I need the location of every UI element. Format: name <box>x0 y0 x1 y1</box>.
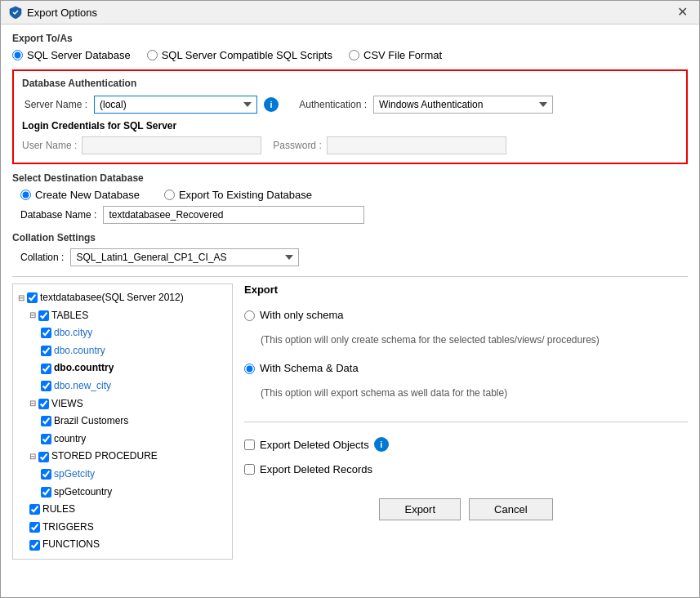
app-icon <box>9 6 22 19</box>
with-schema-data-label: With Schema & Data <box>260 362 359 374</box>
export-deleted-records-label: Export Deleted Records <box>260 463 372 475</box>
export-deleted-records-checkbox[interactable] <box>244 464 255 475</box>
counttry-checkbox[interactable] <box>41 364 51 374</box>
create-new-db-option[interactable]: Create New Database <box>20 189 140 201</box>
destination-database-section: Select Destination Database Create New D… <box>12 172 688 224</box>
export-deleted-records-row: Export Deleted Records <box>244 463 688 475</box>
stored-proc-checkbox[interactable] <box>38 452 49 462</box>
password-label: Password : <box>273 140 321 151</box>
tree-item-brazil: Brazil Customers <box>18 413 227 431</box>
tree-item-spgetcity: spGetcity <box>18 466 227 484</box>
database-authentication-box: Database Authentication Server Name : (l… <box>12 69 688 164</box>
csv-format-option[interactable]: CSV File Format <box>349 49 442 61</box>
sql-scripts-option[interactable]: SQL Server Compatible SQL Scripts <box>147 49 332 61</box>
tree-panel: ⊟ textdatabasee(SQL Server 2012) ⊟ TABLE… <box>12 283 233 560</box>
tree-item-cityy: dbo.cityy <box>18 324 227 342</box>
export-section-label: Export <box>244 283 688 296</box>
rules-checkbox[interactable] <box>29 504 40 515</box>
right-panel: Export With only schema (This option wil… <box>244 283 688 560</box>
stored-proc-expand-icon[interactable]: ⊟ <box>29 449 36 464</box>
right-divider <box>244 422 688 422</box>
cityy-checkbox[interactable] <box>41 328 51 338</box>
password-input[interactable] <box>327 136 506 154</box>
authentication-select[interactable]: Windows Authentication <box>373 96 553 114</box>
tables-expand-icon[interactable]: ⊟ <box>29 308 36 323</box>
csv-format-label: CSV File Format <box>363 49 442 61</box>
server-name-row: Server Name : (local) i Authentication :… <box>22 96 678 114</box>
create-new-db-radio[interactable] <box>20 190 31 200</box>
create-new-db-label: Create New Database <box>35 189 140 201</box>
spgetcity-checkbox[interactable] <box>41 469 51 480</box>
db-auth-label: Database Authentication <box>22 78 678 89</box>
export-existing-db-option[interactable]: Export To Existing Database <box>164 189 312 201</box>
with-schema-option: With only schema <box>244 309 688 321</box>
sql-scripts-label: SQL Server Compatible SQL Scripts <box>162 49 332 61</box>
tree-root: ⊟ textdatabasee(SQL Server 2012) <box>18 289 227 307</box>
brazil-checkbox[interactable] <box>41 416 51 426</box>
title-bar-left: Export Options <box>9 6 97 19</box>
sql-server-database-radio[interactable] <box>12 50 23 60</box>
country-label: dbo.country <box>54 342 105 360</box>
spgetcountry-label: spGetcountry <box>54 484 112 502</box>
action-buttons-row: Export Cancel <box>244 498 688 520</box>
tree-item-counttry: dbo.counttry <box>18 359 227 377</box>
username-input[interactable] <box>82 136 261 154</box>
rules-label: RULES <box>42 501 75 519</box>
functions-label: FUNCTIONS <box>42 536 100 554</box>
deleted-objects-info-icon[interactable]: i <box>374 437 389 452</box>
sql-server-database-option[interactable]: SQL Server Database <box>12 49 131 61</box>
divider <box>12 276 688 277</box>
export-options-window: Export Options ✕ Export To/As SQL Server… <box>0 0 700 598</box>
country-checkbox[interactable] <box>41 346 51 356</box>
collation-label: Collation : <box>20 252 64 263</box>
export-to-as-label: Export To/As <box>12 33 688 44</box>
brazil-label: Brazil Customers <box>54 413 128 431</box>
export-existing-db-radio[interactable] <box>164 190 175 200</box>
with-schema-data-radio[interactable] <box>244 364 255 374</box>
csv-format-radio[interactable] <box>349 50 359 60</box>
views-expand-icon[interactable]: ⊟ <box>29 396 36 411</box>
spgetcountry-checkbox[interactable] <box>41 487 51 498</box>
username-label: User Name : <box>22 140 77 151</box>
with-schema-data-desc: (This option will export schema as well … <box>261 386 688 400</box>
authentication-label: Authentication : <box>285 99 367 110</box>
collation-row: Collation : SQL_Latin1_General_CP1_CI_AS <box>20 248 688 266</box>
db-name-label: Database Name : <box>20 209 96 221</box>
export-button[interactable]: Export <box>379 498 461 520</box>
export-deleted-objects-checkbox[interactable] <box>244 440 255 450</box>
sql-scripts-radio[interactable] <box>147 50 158 60</box>
views-checkbox[interactable] <box>38 399 49 409</box>
with-schema-data-option: With Schema & Data <box>244 362 688 374</box>
tables-label: TABLES <box>51 307 88 325</box>
with-schema-radio[interactable] <box>244 310 255 321</box>
rules-folder: RULES <box>18 501 227 519</box>
collation-section: Collation Settings Collation : SQL_Latin… <box>12 232 688 266</box>
country-view-label: country <box>54 431 86 448</box>
stored-proc-label: STORED PROCEDURE <box>51 448 158 466</box>
new-city-label: dbo.new_city <box>54 377 111 395</box>
collation-select[interactable]: SQL_Latin1_General_CP1_CI_AS <box>70 248 299 266</box>
close-button[interactable]: ✕ <box>674 6 691 19</box>
functions-folder: FUNCTIONS <box>18 536 227 554</box>
functions-checkbox[interactable] <box>29 540 40 551</box>
new-city-checkbox[interactable] <box>41 381 51 391</box>
root-checkbox[interactable] <box>27 292 38 303</box>
db-name-input[interactable] <box>103 206 364 224</box>
root-label: textdatabasee(SQL Server 2012) <box>40 289 184 307</box>
content-area: Export To/As SQL Server Database SQL Ser… <box>1 25 699 571</box>
server-name-label: Server Name : <box>22 99 87 110</box>
server-info-icon[interactable]: i <box>264 97 279 112</box>
dest-db-label: Select Destination Database <box>12 172 688 184</box>
server-name-select[interactable]: (local) <box>94 96 257 114</box>
tables-checkbox[interactable] <box>38 310 49 321</box>
triggers-folder: TRIGGERS <box>18 519 227 537</box>
cancel-button[interactable]: Cancel <box>469 498 552 520</box>
collation-section-label: Collation Settings <box>12 232 688 243</box>
country-view-checkbox[interactable] <box>41 434 51 444</box>
triggers-checkbox[interactable] <box>29 522 40 533</box>
title-bar: Export Options ✕ <box>1 1 699 25</box>
root-expand-icon[interactable]: ⊟ <box>18 291 25 306</box>
tables-folder: ⊟ TABLES <box>18 307 227 325</box>
cityy-label: dbo.cityy <box>54 324 92 342</box>
tree-item-country: dbo.country <box>18 342 227 360</box>
